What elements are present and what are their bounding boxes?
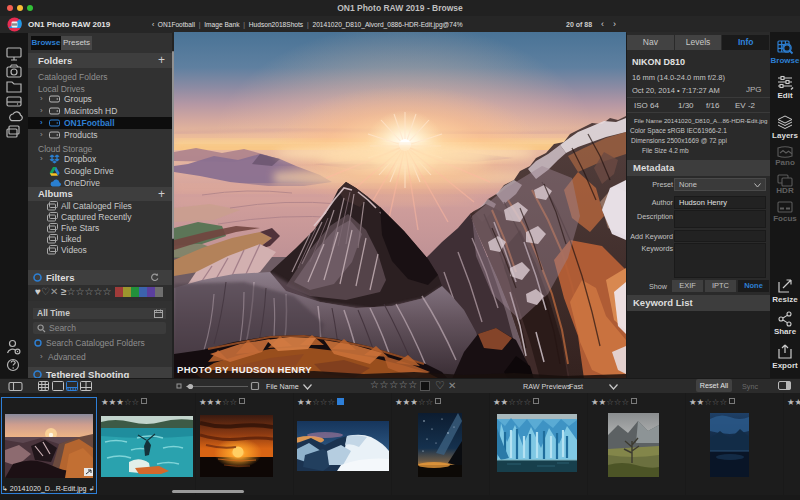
svg-text:Pano: Pano bbox=[775, 158, 795, 167]
svg-text:HDR: HDR bbox=[776, 186, 794, 195]
svg-text:Browse: Browse bbox=[771, 56, 800, 65]
svg-text:Layers: Layers bbox=[772, 131, 798, 140]
svg-text:Edit: Edit bbox=[777, 91, 792, 100]
svg-text:Export: Export bbox=[772, 361, 798, 370]
svg-text:PHOTO BY HUDSON HENRY: PHOTO BY HUDSON HENRY bbox=[177, 364, 312, 375]
svg-text:Focus: Focus bbox=[773, 214, 797, 223]
svg-text:Resize: Resize bbox=[772, 295, 798, 304]
svg-text:Share: Share bbox=[774, 327, 797, 336]
